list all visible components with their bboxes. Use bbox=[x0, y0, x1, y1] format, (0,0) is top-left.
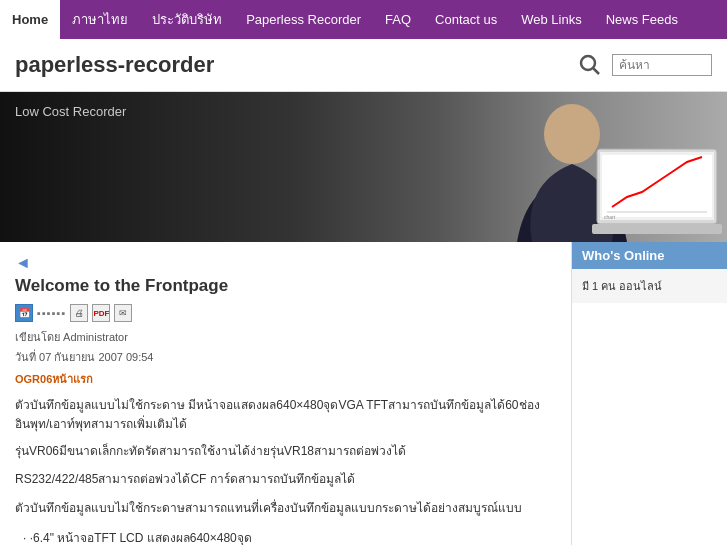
site-header: paperless-recorder bbox=[0, 39, 727, 92]
hero-text: Low Cost Recorder bbox=[0, 92, 727, 131]
pdf-icon[interactable]: PDF bbox=[92, 304, 110, 322]
main-layout: ◄ Welcome to the Frontpage 📅 ▪▪▪▪▪▪ 🖨 PD… bbox=[0, 242, 727, 545]
article-icons: 📅 ▪▪▪▪▪▪ 🖨 PDF ✉ bbox=[15, 304, 556, 322]
date-label: วันที่ bbox=[15, 351, 36, 363]
spec-list: ·6.4" หน้าจอTFT LCD แสดงผล640×480จุด ·อิ… bbox=[15, 528, 556, 545]
nav-paperless[interactable]: Paperless Recorder bbox=[234, 0, 373, 39]
svg-line-1 bbox=[594, 69, 600, 75]
nav-contact[interactable]: Contact us bbox=[423, 0, 509, 39]
author-label: เขียนโดย bbox=[15, 331, 60, 343]
hero-banner: Low Cost Recorder chart bbox=[0, 92, 727, 242]
body-para4: ตัวบันทึกข้อมูลแบบไม่ใช้กระดาษสามารถแทนท… bbox=[15, 499, 556, 518]
author-name: Administrator bbox=[63, 331, 128, 343]
nav-home[interactable]: Home bbox=[0, 0, 60, 39]
content-area: ◄ Welcome to the Frontpage 📅 ▪▪▪▪▪▪ 🖨 PD… bbox=[0, 242, 572, 545]
article-tag: OGR06หน้าแรก bbox=[15, 370, 556, 388]
calendar-icon: 📅 bbox=[15, 304, 33, 322]
site-title: paperless-recorder bbox=[15, 52, 214, 78]
spec-title: ·6.4" หน้าจอTFT LCD แสดงผล640×480จุด bbox=[23, 528, 556, 545]
article-body-2: ตัวบันทึกข้อมูลแบบไม่ใช้กระดาษสามารถแทนท… bbox=[15, 499, 556, 518]
nav-thai[interactable]: ภาษาไทย bbox=[60, 0, 140, 39]
whos-online-body: มี 1 คน ออนไลน์ bbox=[572, 269, 727, 303]
print-icon[interactable]: 🖨 bbox=[70, 304, 88, 322]
svg-text:chart: chart bbox=[604, 214, 616, 220]
body-para3: RS232/422/485สามารถต่อพ่วงได้CF การ์ดสาม… bbox=[15, 470, 556, 489]
navbar: Home ภาษาไทย ประวัติบริษัท Paperless Rec… bbox=[0, 0, 727, 39]
page-title: Welcome to the Frontpage bbox=[15, 276, 556, 296]
nav-weblinks[interactable]: Web Links bbox=[509, 0, 593, 39]
article-date: วันที่ 07 กันยายน 2007 09:54 bbox=[15, 348, 556, 366]
nav-arrow-icon: ◄ bbox=[15, 254, 556, 272]
date-value: 07 กันยายน 2007 09:54 bbox=[39, 351, 153, 363]
body-para2: รุ่นVR06มีขนาดเล็กกะทัดรัดสามารถใช้งานได… bbox=[15, 442, 556, 461]
search-icon[interactable] bbox=[574, 49, 606, 81]
nav-newsfeeds[interactable]: News Feeds bbox=[594, 0, 690, 39]
svg-rect-6 bbox=[602, 155, 712, 217]
svg-rect-5 bbox=[592, 224, 722, 234]
article-author: เขียนโดย Administrator bbox=[15, 328, 556, 346]
search-area bbox=[574, 49, 712, 81]
nav-faq[interactable]: FAQ bbox=[373, 0, 423, 39]
svg-point-0 bbox=[581, 56, 595, 70]
article-body: ตัวบันทึกข้อมูลแบบไม่ใช้กระดาษ มีหน้าจอแ… bbox=[15, 396, 556, 489]
nav-company[interactable]: ประวัติบริษัท bbox=[140, 0, 234, 39]
whos-online-header: Who's Online bbox=[572, 242, 727, 269]
search-input[interactable] bbox=[612, 54, 712, 76]
icon-dots: ▪▪▪▪▪▪ bbox=[37, 307, 66, 319]
email-icon[interactable]: ✉ bbox=[114, 304, 132, 322]
sidebar: Who's Online มี 1 คน ออนไลน์ bbox=[572, 242, 727, 545]
body-para1: ตัวบันทึกข้อมูลแบบไม่ใช้กระดาษ มีหน้าจอแ… bbox=[15, 396, 556, 434]
